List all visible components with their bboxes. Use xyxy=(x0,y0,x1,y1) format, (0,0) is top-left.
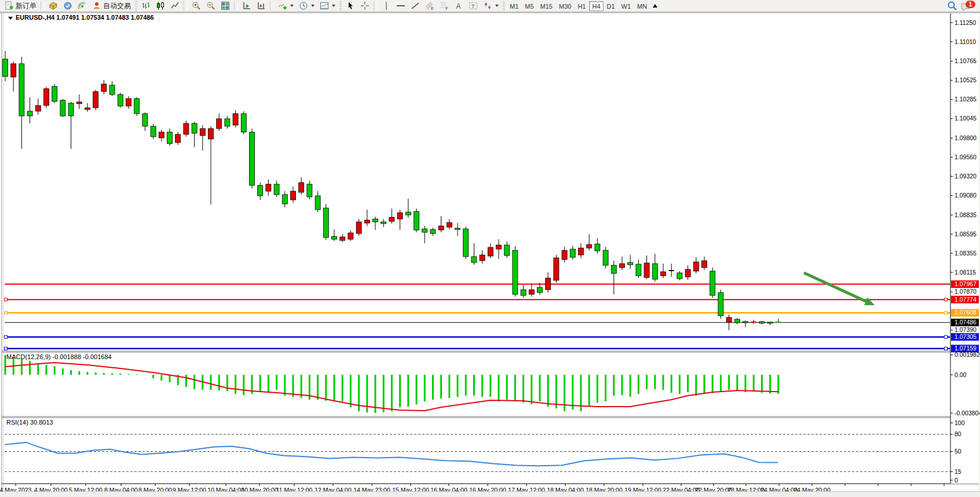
tf-m15-button[interactable]: M15 xyxy=(537,1,555,11)
svg-text:1.10765: 1.10765 xyxy=(955,57,977,64)
search-icon xyxy=(947,1,957,11)
tile-windows-icon xyxy=(221,1,230,10)
chart-bars-button[interactable] xyxy=(139,1,153,11)
vertical-line-icon xyxy=(382,1,391,10)
svg-text:1.08595: 1.08595 xyxy=(955,231,977,237)
notification-badge: 1 xyxy=(966,1,975,8)
tf-m30-button[interactable]: M30 xyxy=(556,1,574,11)
indicators-icon xyxy=(278,1,287,10)
crosshair-button[interactable] xyxy=(358,1,372,11)
market-depth-button[interactable] xyxy=(46,1,60,11)
toolbar-grip xyxy=(503,1,505,10)
toolbar-separator xyxy=(234,1,238,10)
tf-d1-button[interactable]: D1 xyxy=(604,1,618,11)
svg-text:1.07870: 1.07870 xyxy=(955,288,977,295)
chart-shift-icon xyxy=(257,1,266,10)
text-icon: A xyxy=(454,1,463,10)
chart-candles-button[interactable] xyxy=(153,1,167,11)
toolbar-grip xyxy=(135,1,137,10)
svg-text:1.11250: 1.11250 xyxy=(955,19,976,26)
svg-text:F: F xyxy=(446,6,448,10)
chart-bars-icon xyxy=(141,1,151,10)
market-depth-icon xyxy=(49,1,58,10)
zoom-out-button[interactable] xyxy=(204,1,218,11)
line-handle[interactable] xyxy=(5,311,8,314)
svg-text:1.09080: 1.09080 xyxy=(955,192,977,199)
templates-button[interactable] xyxy=(317,1,338,11)
svg-text:50: 50 xyxy=(955,448,961,455)
svg-text:A: A xyxy=(456,2,461,10)
svg-text:1.07774: 1.07774 xyxy=(955,296,977,303)
fibonacci-button[interactable]: F xyxy=(437,1,451,11)
svg-text:15: 15 xyxy=(955,468,961,475)
chart-shift-button[interactable] xyxy=(254,1,268,11)
trendline-button[interactable] xyxy=(408,1,422,11)
auto-trading-icon xyxy=(92,1,101,10)
cursor-icon xyxy=(346,1,355,10)
horizontal-line-button[interactable] xyxy=(394,1,408,11)
crosshair-icon xyxy=(360,1,370,10)
line-handle[interactable] xyxy=(945,298,948,301)
indicators-button[interactable] xyxy=(276,1,296,11)
status-strip xyxy=(0,491,980,497)
auto-scroll-button[interactable] xyxy=(240,1,254,11)
svg-text:0.001982: 0.001982 xyxy=(955,351,980,358)
new-order-button[interactable]: 新订单 xyxy=(2,1,39,11)
cursor-button[interactable] xyxy=(343,1,357,11)
label-button[interactable]: T xyxy=(466,1,480,11)
calendar-button[interactable] xyxy=(61,1,75,11)
tf-m1-button[interactable]: M1 xyxy=(507,1,521,11)
toolbar: 新订单 自动交易 E F A T M1M5M15M30H1H4D1W1MN 1 xyxy=(0,0,980,12)
signals-icon xyxy=(78,1,87,10)
trendline-icon xyxy=(411,1,420,10)
line-handle[interactable] xyxy=(945,335,948,338)
toolbar-separator xyxy=(374,1,378,10)
chart-svg: 1.112501.110101.107651.105251.102851.100… xyxy=(0,12,980,497)
chevron-down-icon xyxy=(495,5,499,7)
calendar-icon xyxy=(63,1,72,10)
tile-windows-button[interactable] xyxy=(218,1,232,11)
signals-button[interactable] xyxy=(75,1,89,11)
toolbar-separator xyxy=(270,1,274,10)
auto-trading-button[interactable]: 自动交易 xyxy=(90,1,133,11)
tf-h4-button[interactable]: H4 xyxy=(589,1,603,11)
search-button[interactable] xyxy=(945,1,960,11)
svg-text:1.10285: 1.10285 xyxy=(955,96,977,103)
shapes-button[interactable] xyxy=(481,1,501,11)
toolbar-separator xyxy=(41,1,45,10)
rsi-label: RSI(14) 30.8013 xyxy=(6,419,53,426)
tf-m5-button[interactable]: M5 xyxy=(522,1,536,11)
svg-text:T: T xyxy=(471,3,475,9)
fibonacci-icon: F xyxy=(440,1,449,10)
chevron-down-icon xyxy=(311,5,315,7)
line-handle[interactable] xyxy=(945,347,948,350)
tf-h1-button[interactable]: H1 xyxy=(575,1,588,11)
channel-button[interactable]: E xyxy=(423,1,437,11)
zoom-in-button[interactable] xyxy=(189,1,203,11)
chart-line-button[interactable] xyxy=(168,1,182,11)
text-button[interactable]: A xyxy=(452,1,466,11)
channel-icon: E xyxy=(425,1,434,10)
vertical-line-button[interactable] xyxy=(379,1,393,11)
svg-text:-0.003804: -0.003804 xyxy=(955,410,980,416)
line-handle[interactable] xyxy=(945,311,948,314)
new-order-icon xyxy=(5,1,14,10)
label-icon: T xyxy=(469,1,478,10)
toolbar-separator xyxy=(184,1,188,10)
tf-w1-button[interactable]: W1 xyxy=(619,1,634,11)
svg-text:1.09320: 1.09320 xyxy=(955,173,977,180)
svg-text:1.11010: 1.11010 xyxy=(955,38,976,45)
toolbar-grip xyxy=(339,1,342,10)
line-handle[interactable] xyxy=(5,335,8,338)
notifications-button[interactable]: 1 xyxy=(960,0,980,12)
tf-mn-button[interactable]: MN xyxy=(634,1,650,11)
line-handle[interactable] xyxy=(5,298,8,301)
line-handle[interactable] xyxy=(5,347,8,350)
new-order-label: 新订单 xyxy=(16,1,36,11)
svg-text:1.10045: 1.10045 xyxy=(955,115,977,122)
toolbar-end-marker-icon xyxy=(653,4,657,8)
periods-button[interactable] xyxy=(297,1,317,11)
svg-text:1.08835: 1.08835 xyxy=(955,211,977,218)
svg-text:0: 0 xyxy=(955,477,958,484)
chart-area[interactable]: 1.112501.110101.107651.105251.102851.100… xyxy=(0,12,980,497)
